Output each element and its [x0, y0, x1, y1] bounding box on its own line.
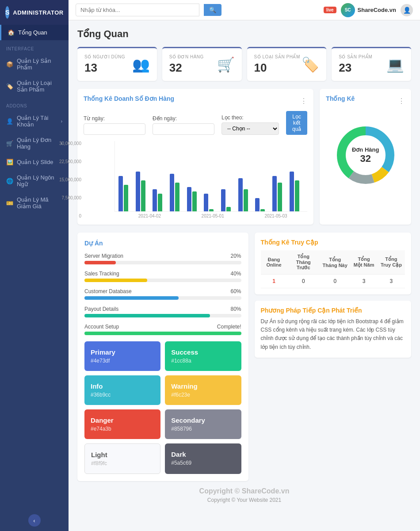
- project-name-account: Account Setup: [84, 324, 119, 330]
- bar-green: [209, 209, 214, 211]
- y-label-3: 7,500,000: [57, 195, 81, 200]
- filter-row: Từ ngày: Đến ngày: Lọc theo: -- Chọn -- …: [84, 111, 307, 135]
- project-name-customer: Customer Database: [84, 288, 132, 294]
- bar-green: [260, 209, 265, 211]
- color-hex-primary: #4e73df: [91, 358, 154, 364]
- sidebar-item-tai-khoan[interactable]: 👤 Quản Lý Tài Khoản ›: [0, 110, 69, 132]
- color-hex-light: #f8f9fc: [91, 460, 154, 466]
- color-card-danger: Danger #e74a3b: [84, 409, 160, 439]
- sidebar-item-loai-san-pham[interactable]: 🏷️ Quản Lý Loại Sản Phẩm: [0, 75, 69, 97]
- stat-card-users: SỐ NGƯỜI DÙNG 13 👥: [77, 47, 157, 81]
- footer-sub-text: Copyright © Your Website 2021: [84, 497, 405, 503]
- progress-fill-customer: [84, 296, 179, 300]
- y-axis-labels: 30,000,000 22,500,000 15,000,000 7,500,0…: [57, 141, 81, 218]
- chart-menu-icon[interactable]: ⋮: [300, 97, 307, 105]
- filter-button[interactable]: Lọc kết quả: [286, 111, 307, 135]
- project-name-server: Server Migration: [84, 253, 123, 259]
- footer-main-text: Copyright © ShareCode.vn: [84, 487, 405, 495]
- tag-icon: 🏷️: [302, 56, 319, 73]
- interface-label: INTERFACE: [0, 40, 69, 53]
- sidebar-item-san-pham[interactable]: 📦 Quản Lý Sản Phẩm: [0, 53, 69, 75]
- order-icon: 🛒: [6, 140, 13, 147]
- sidebar-menu-item-tong-quan[interactable]: 🏠 Tổng Quan: [0, 25, 69, 40]
- bar-blue: [170, 174, 174, 211]
- progress-fill-account: [84, 332, 241, 335]
- color-card-info: Info #36b9cc: [84, 375, 160, 405]
- th-online: Đang Online: [261, 250, 287, 275]
- topbar: 🔍 live SC ShareCode.vn 👤: [69, 0, 420, 20]
- filter-by-group: Lọc theo: -- Chọn --: [221, 115, 279, 135]
- project-item-customer: Customer Database 60%: [84, 288, 241, 300]
- page-title: Tổng Quan: [77, 28, 411, 40]
- bar-chart-area: [115, 141, 307, 212]
- color-name-danger: Danger: [91, 416, 154, 424]
- project-box: Dự Án Server Migration 20% Sales Trackin…: [77, 233, 248, 481]
- project-title: Dự Án: [84, 240, 241, 247]
- desc-title: Phương Pháp Tiếp Cận Phát Triển: [261, 307, 405, 314]
- progress-bg-sales: [84, 279, 241, 282]
- color-name-info: Info: [91, 382, 154, 390]
- slide-icon: 🖼️: [6, 159, 13, 165]
- bar-blue: [204, 194, 208, 211]
- collapse-sidebar-button[interactable]: ‹: [28, 514, 41, 527]
- bar-blue: [238, 178, 243, 211]
- bar-green: [295, 180, 299, 211]
- bar-group: [204, 194, 218, 211]
- filter-by-label: Lọc theo:: [221, 115, 279, 121]
- user-avatar[interactable]: 👤: [401, 4, 413, 16]
- bar-green: [226, 207, 231, 211]
- search-input[interactable]: [76, 4, 199, 16]
- bar-group: [272, 176, 287, 211]
- to-date-input[interactable]: [153, 123, 214, 135]
- x-axis-labels: 2021-04-02 2021-05-01 2021-05-03: [115, 214, 307, 218]
- stat-value-products: 23: [339, 61, 372, 75]
- color-hex-warning: #f6c23e: [171, 392, 235, 398]
- project-item-account: Account Setup Complete!: [84, 324, 241, 335]
- stat-label-orders: SỐ ĐƠN HÀNG: [169, 54, 204, 59]
- search-button[interactable]: 🔍: [204, 4, 221, 16]
- traffic-header-row: Đang Online Tổng Tháng Trước Tổng Tháng …: [261, 250, 405, 275]
- project-pct-account: Complete!: [217, 324, 241, 330]
- sidebar-item-label: Quản Lý Đơn Hàng: [17, 137, 57, 150]
- chevron-right-icon: ›: [61, 119, 62, 124]
- stat-label-users: SỐ NGƯỜI DÙNG: [84, 54, 125, 59]
- sidebar: S ADMINISTRATOR 🏠 Tổng Quan INTERFACE 📦 …: [0, 0, 69, 531]
- sidebar-item-label: Quản Lý Loại Sản Phẩm: [17, 80, 62, 93]
- project-item-sales: Sales Tracking 40%: [84, 271, 241, 282]
- from-date-group: Từ ngày:: [84, 115, 145, 135]
- color-card-light: Light #f8f9fc: [84, 443, 160, 474]
- th-total: Tổng Truy Cập: [378, 250, 405, 275]
- bar-green: [278, 183, 282, 211]
- project-pct-sales: 40%: [230, 271, 241, 277]
- bar-group: [170, 174, 184, 211]
- right-panel: Thống Kê Truy Cập Đang Online Tổng Tháng…: [255, 233, 412, 481]
- color-name-light: Light: [91, 451, 154, 458]
- bar-green: [141, 180, 145, 211]
- color-hex-danger: #e74a3b: [91, 426, 154, 432]
- bar-blue: [153, 189, 157, 211]
- sidebar-item-label: Quản Lý Tài Khoản: [17, 115, 57, 128]
- color-name-secondary: Secondary: [171, 416, 235, 424]
- desc-box: Phương Pháp Tiếp Cận Phát Triển Dự Án sử…: [255, 301, 412, 358]
- color-hex-success: #1cc88a: [171, 358, 235, 364]
- sidebar-item-label: Quản Lý Sản Phẩm: [17, 57, 62, 71]
- from-date-label: Từ ngày:: [84, 115, 145, 122]
- progress-fill-server: [84, 261, 116, 264]
- color-card-warning: Warning #f6c23e: [165, 375, 241, 405]
- y-label-4: 0: [57, 214, 81, 218]
- side-chart-menu-icon[interactable]: ⋮: [398, 97, 405, 105]
- from-date-input[interactable]: [84, 123, 145, 135]
- filter-select[interactable]: -- Chọn --: [221, 122, 279, 135]
- bar-group: [153, 189, 167, 211]
- project-pct-payout: 80%: [230, 306, 241, 312]
- th-year: Tổng Một Năm: [350, 250, 378, 275]
- color-hex-info: #36b9cc: [91, 392, 154, 398]
- sidebar-item-label: Quản Lý Mã Giảm Giá: [17, 196, 62, 210]
- color-card-dark: Dark #5a5c69: [165, 443, 241, 474]
- y-label-0: 30,000,000: [57, 141, 81, 146]
- to-date-label: Đến ngày:: [153, 115, 214, 122]
- bar-blue: [221, 189, 225, 211]
- color-card-secondary: Secondary #858796: [165, 409, 241, 439]
- y-label-2: 15,000,000: [57, 177, 81, 182]
- cart-icon: 🛒: [217, 56, 235, 73]
